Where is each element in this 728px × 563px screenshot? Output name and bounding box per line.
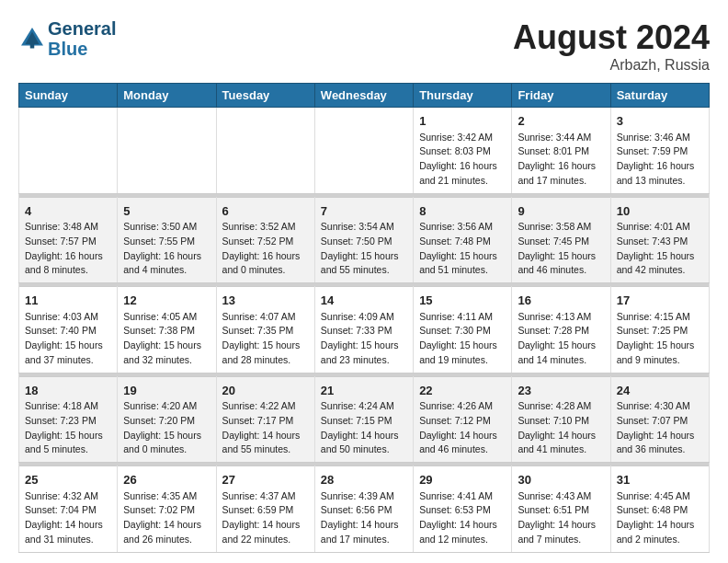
day-cell: 24Sunrise: 4:30 AMSunset: 7:07 PMDayligh… <box>610 376 709 463</box>
daylight-text: Daylight: 14 hours and 55 minutes. <box>222 429 309 458</box>
day-cell <box>216 108 314 194</box>
sunset-text: Sunset: 6:53 PM <box>419 503 506 518</box>
col-header-sunday: Sunday <box>19 84 118 108</box>
col-header-monday: Monday <box>118 84 216 108</box>
location: Arbazh, Russia <box>513 57 710 74</box>
day-cell: 4Sunrise: 3:48 AMSunset: 7:57 PMDaylight… <box>19 197 118 283</box>
sunset-text: Sunset: 7:38 PM <box>123 324 210 339</box>
day-number: 25 <box>25 471 111 489</box>
day-number: 12 <box>123 292 210 310</box>
sunrise-text: Sunrise: 4:35 AM <box>123 489 210 504</box>
logo-icon <box>18 25 46 52</box>
day-cell: 14Sunrise: 4:09 AMSunset: 7:33 PMDayligh… <box>314 287 413 373</box>
day-cell: 12Sunrise: 4:05 AMSunset: 7:38 PMDayligh… <box>118 287 216 373</box>
sunset-text: Sunset: 7:55 PM <box>123 235 210 249</box>
day-cell: 3Sunrise: 3:46 AMSunset: 7:59 PMDaylight… <box>610 108 709 194</box>
sunrise-text: Sunrise: 4:09 AM <box>321 310 407 325</box>
sunrise-text: Sunrise: 4:24 AM <box>321 399 407 414</box>
sunrise-text: Sunrise: 3:44 AM <box>518 131 604 145</box>
day-cell: 5Sunrise: 3:50 AMSunset: 7:55 PMDaylight… <box>118 197 216 283</box>
sunrise-text: Sunrise: 3:58 AM <box>518 220 604 235</box>
sunrise-text: Sunrise: 4:03 AM <box>25 310 111 325</box>
daylight-text: Daylight: 16 hours and 8 minutes. <box>25 249 111 279</box>
day-cell: 8Sunrise: 3:56 AMSunset: 7:48 PMDaylight… <box>414 197 512 283</box>
daylight-text: Daylight: 14 hours and 7 minutes. <box>518 518 604 547</box>
day-cell: 30Sunrise: 4:43 AMSunset: 6:51 PMDayligh… <box>512 466 610 553</box>
logo-general: General <box>48 18 116 39</box>
col-header-tuesday: Tuesday <box>216 84 314 108</box>
day-cell: 1Sunrise: 3:42 AMSunset: 8:03 PMDaylight… <box>414 108 512 194</box>
daylight-text: Daylight: 15 hours and 42 minutes. <box>617 249 703 279</box>
col-header-wednesday: Wednesday <box>314 84 413 108</box>
sunset-text: Sunset: 6:51 PM <box>518 503 604 518</box>
day-cell: 29Sunrise: 4:41 AMSunset: 6:53 PMDayligh… <box>414 466 512 553</box>
sunrise-text: Sunrise: 4:20 AM <box>123 399 210 414</box>
daylight-text: Daylight: 15 hours and 5 minutes. <box>25 429 111 458</box>
sunrise-text: Sunrise: 4:15 AM <box>617 310 703 325</box>
sunrise-text: Sunrise: 3:46 AM <box>617 131 703 145</box>
week-row-2: 4Sunrise: 3:48 AMSunset: 7:57 PMDaylight… <box>19 197 710 283</box>
daylight-text: Daylight: 14 hours and 46 minutes. <box>419 429 506 458</box>
day-cell: 26Sunrise: 4:35 AMSunset: 7:02 PMDayligh… <box>118 466 216 553</box>
sunset-text: Sunset: 7:12 PM <box>419 414 506 429</box>
daylight-text: Daylight: 15 hours and 51 minutes. <box>419 249 506 279</box>
day-number: 24 <box>617 382 703 400</box>
daylight-text: Daylight: 15 hours and 0 minutes. <box>123 429 210 458</box>
day-number: 3 <box>617 112 703 131</box>
week-row-5: 25Sunrise: 4:32 AMSunset: 7:04 PMDayligh… <box>19 466 710 553</box>
sunset-text: Sunset: 6:56 PM <box>321 503 407 518</box>
sunset-text: Sunset: 7:57 PM <box>25 235 111 249</box>
sunrise-text: Sunrise: 4:37 AM <box>222 489 309 504</box>
sunrise-text: Sunrise: 3:52 AM <box>222 220 309 235</box>
day-cell: 18Sunrise: 4:18 AMSunset: 7:23 PMDayligh… <box>19 376 118 463</box>
day-cell: 15Sunrise: 4:11 AMSunset: 7:30 PMDayligh… <box>414 287 512 373</box>
sunrise-text: Sunrise: 4:22 AM <box>222 399 309 414</box>
day-number: 22 <box>419 382 506 400</box>
day-number: 26 <box>123 471 210 489</box>
day-number: 10 <box>617 202 703 221</box>
day-cell: 7Sunrise: 3:54 AMSunset: 7:50 PMDaylight… <box>314 197 413 283</box>
day-number: 14 <box>321 292 407 310</box>
day-number: 21 <box>321 382 407 400</box>
day-cell: 27Sunrise: 4:37 AMSunset: 6:59 PMDayligh… <box>216 466 314 553</box>
daylight-text: Daylight: 14 hours and 2 minutes. <box>617 518 703 547</box>
day-number: 5 <box>123 202 210 221</box>
day-number: 6 <box>222 202 309 221</box>
sunset-text: Sunset: 7:52 PM <box>222 235 309 249</box>
day-number: 28 <box>321 471 407 489</box>
sunset-text: Sunset: 8:01 PM <box>518 144 604 159</box>
day-cell <box>118 108 216 194</box>
day-cell <box>314 108 413 194</box>
sunrise-text: Sunrise: 4:13 AM <box>518 310 604 325</box>
daylight-text: Daylight: 15 hours and 23 minutes. <box>321 339 407 368</box>
logo-blue: Blue <box>48 39 116 59</box>
day-cell: 2Sunrise: 3:44 AMSunset: 8:01 PMDaylight… <box>512 108 610 194</box>
day-number: 31 <box>617 471 703 489</box>
daylight-text: Daylight: 16 hours and 17 minutes. <box>518 159 604 189</box>
calendar-table: SundayMondayTuesdayWednesdayThursdayFrid… <box>18 83 710 553</box>
sunrise-text: Sunrise: 4:30 AM <box>617 399 703 414</box>
day-cell: 31Sunrise: 4:45 AMSunset: 6:48 PMDayligh… <box>610 466 709 553</box>
daylight-text: Daylight: 16 hours and 0 minutes. <box>222 249 309 279</box>
day-cell: 28Sunrise: 4:39 AMSunset: 6:56 PMDayligh… <box>314 466 413 553</box>
sunset-text: Sunset: 7:02 PM <box>123 503 210 518</box>
sunrise-text: Sunrise: 3:54 AM <box>321 220 407 235</box>
daylight-text: Daylight: 14 hours and 50 minutes. <box>321 429 407 458</box>
sunset-text: Sunset: 7:20 PM <box>123 414 210 429</box>
sunrise-text: Sunrise: 4:18 AM <box>25 399 111 414</box>
day-number: 8 <box>419 202 506 221</box>
sunset-text: Sunset: 7:59 PM <box>617 144 703 159</box>
sunset-text: Sunset: 8:03 PM <box>419 144 506 159</box>
sunset-text: Sunset: 6:48 PM <box>617 503 703 518</box>
sunset-text: Sunset: 7:50 PM <box>321 235 407 249</box>
sunrise-text: Sunrise: 4:43 AM <box>518 489 604 504</box>
daylight-text: Daylight: 15 hours and 32 minutes. <box>123 339 210 368</box>
col-header-saturday: Saturday <box>610 84 709 108</box>
daylight-text: Daylight: 15 hours and 37 minutes. <box>25 339 111 368</box>
day-number: 23 <box>518 382 604 400</box>
sunrise-text: Sunrise: 3:50 AM <box>123 220 210 235</box>
sunset-text: Sunset: 7:28 PM <box>518 324 604 339</box>
sunset-text: Sunset: 7:10 PM <box>518 414 604 429</box>
daylight-text: Daylight: 16 hours and 21 minutes. <box>419 159 506 189</box>
daylight-text: Daylight: 14 hours and 22 minutes. <box>222 518 309 547</box>
